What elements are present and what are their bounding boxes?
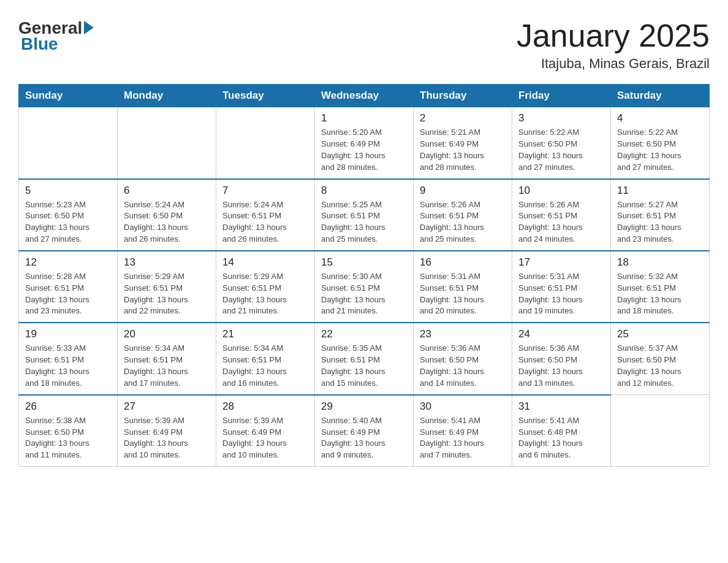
day-number: 12 xyxy=(25,256,111,269)
calendar-cell: 11Sunrise: 5:27 AMSunset: 6:51 PMDayligh… xyxy=(611,179,710,251)
day-info: Sunrise: 5:31 AMSunset: 6:51 PMDaylight:… xyxy=(420,271,506,317)
day-number: 19 xyxy=(25,328,111,340)
calendar-cell: 25Sunrise: 5:37 AMSunset: 6:50 PMDayligh… xyxy=(611,323,710,394)
calendar-table: SundayMondayTuesdayWednesdayThursdayFrid… xyxy=(18,84,710,467)
day-info: Sunrise: 5:22 AMSunset: 6:50 PMDaylight:… xyxy=(617,127,703,173)
calendar-cell: 1Sunrise: 5:20 AMSunset: 6:49 PMDaylight… xyxy=(315,107,414,179)
calendar-cell: 30Sunrise: 5:41 AMSunset: 6:49 PMDayligh… xyxy=(414,395,512,467)
calendar-cell: 4Sunrise: 5:22 AMSunset: 6:50 PMDaylight… xyxy=(611,107,710,179)
day-info: Sunrise: 5:35 AMSunset: 6:51 PMDaylight:… xyxy=(321,343,407,389)
day-info: Sunrise: 5:36 AMSunset: 6:50 PMDaylight:… xyxy=(420,343,506,389)
day-number: 7 xyxy=(222,185,308,197)
day-number: 21 xyxy=(222,328,308,340)
day-number: 5 xyxy=(25,185,111,197)
day-info: Sunrise: 5:26 AMSunset: 6:51 PMDaylight:… xyxy=(420,199,506,245)
calendar-cell: 23Sunrise: 5:36 AMSunset: 6:50 PMDayligh… xyxy=(414,323,512,394)
day-info: Sunrise: 5:20 AMSunset: 6:49 PMDaylight:… xyxy=(321,127,407,173)
page-header: General Blue January 2025 Itajuba, Minas… xyxy=(18,18,710,72)
calendar-cell: 17Sunrise: 5:31 AMSunset: 6:51 PMDayligh… xyxy=(512,251,611,323)
calendar-cell: 19Sunrise: 5:33 AMSunset: 6:51 PMDayligh… xyxy=(19,323,118,394)
calendar-cell xyxy=(611,395,710,467)
column-header-monday: Monday xyxy=(118,85,216,107)
day-number: 27 xyxy=(124,400,210,413)
day-number: 28 xyxy=(222,400,308,413)
calendar-cell: 18Sunrise: 5:32 AMSunset: 6:51 PMDayligh… xyxy=(611,251,710,323)
calendar-cell: 5Sunrise: 5:23 AMSunset: 6:50 PMDaylight… xyxy=(19,179,118,251)
calendar-cell: 9Sunrise: 5:26 AMSunset: 6:51 PMDaylight… xyxy=(414,179,512,251)
calendar-cell xyxy=(19,107,118,179)
day-number: 3 xyxy=(518,112,604,124)
logo-triangle-icon xyxy=(84,21,94,34)
calendar-cell: 22Sunrise: 5:35 AMSunset: 6:51 PMDayligh… xyxy=(315,323,414,394)
day-number: 13 xyxy=(124,256,210,269)
calendar-cell: 31Sunrise: 5:41 AMSunset: 6:48 PMDayligh… xyxy=(512,395,611,467)
day-number: 20 xyxy=(124,328,210,340)
day-number: 30 xyxy=(420,400,506,413)
day-info: Sunrise: 5:31 AMSunset: 6:51 PMDaylight:… xyxy=(518,271,604,317)
logo: General Blue xyxy=(18,18,94,54)
calendar-cell xyxy=(216,107,315,179)
day-number: 31 xyxy=(518,400,604,413)
day-info: Sunrise: 5:36 AMSunset: 6:50 PMDaylight:… xyxy=(518,343,604,389)
day-info: Sunrise: 5:34 AMSunset: 6:51 PMDaylight:… xyxy=(222,343,308,389)
day-info: Sunrise: 5:29 AMSunset: 6:51 PMDaylight:… xyxy=(124,271,210,317)
day-number: 17 xyxy=(518,256,604,269)
day-number: 22 xyxy=(321,328,407,340)
calendar-week-2: 5Sunrise: 5:23 AMSunset: 6:50 PMDaylight… xyxy=(19,179,710,251)
column-header-thursday: Thursday xyxy=(414,85,512,107)
calendar-week-3: 12Sunrise: 5:28 AMSunset: 6:51 PMDayligh… xyxy=(19,251,710,323)
day-number: 9 xyxy=(420,185,506,197)
calendar-week-4: 19Sunrise: 5:33 AMSunset: 6:51 PMDayligh… xyxy=(19,323,710,394)
day-number: 11 xyxy=(617,185,703,197)
calendar-cell: 14Sunrise: 5:29 AMSunset: 6:51 PMDayligh… xyxy=(216,251,315,323)
day-number: 25 xyxy=(617,328,703,340)
day-info: Sunrise: 5:41 AMSunset: 6:48 PMDaylight:… xyxy=(518,415,604,461)
calendar-title: January 2025 xyxy=(517,18,710,53)
day-number: 8 xyxy=(321,185,407,197)
day-info: Sunrise: 5:39 AMSunset: 6:49 PMDaylight:… xyxy=(124,415,210,461)
calendar-cell: 28Sunrise: 5:39 AMSunset: 6:49 PMDayligh… xyxy=(216,395,315,467)
day-info: Sunrise: 5:22 AMSunset: 6:50 PMDaylight:… xyxy=(518,127,604,173)
day-info: Sunrise: 5:33 AMSunset: 6:51 PMDaylight:… xyxy=(25,343,111,389)
calendar-cell: 10Sunrise: 5:26 AMSunset: 6:51 PMDayligh… xyxy=(512,179,611,251)
day-info: Sunrise: 5:23 AMSunset: 6:50 PMDaylight:… xyxy=(25,199,111,245)
day-number: 15 xyxy=(321,256,407,269)
calendar-cell: 3Sunrise: 5:22 AMSunset: 6:50 PMDaylight… xyxy=(512,107,611,179)
calendar-cell: 12Sunrise: 5:28 AMSunset: 6:51 PMDayligh… xyxy=(19,251,118,323)
calendar-header-row: SundayMondayTuesdayWednesdayThursdayFrid… xyxy=(19,85,710,107)
calendar-cell: 6Sunrise: 5:24 AMSunset: 6:50 PMDaylight… xyxy=(118,179,216,251)
day-info: Sunrise: 5:29 AMSunset: 6:51 PMDaylight:… xyxy=(222,271,308,317)
calendar-subtitle: Itajuba, Minas Gerais, Brazil xyxy=(517,56,710,72)
day-info: Sunrise: 5:40 AMSunset: 6:49 PMDaylight:… xyxy=(321,415,407,461)
day-info: Sunrise: 5:25 AMSunset: 6:51 PMDaylight:… xyxy=(321,199,407,245)
day-info: Sunrise: 5:30 AMSunset: 6:51 PMDaylight:… xyxy=(321,271,407,317)
day-info: Sunrise: 5:28 AMSunset: 6:51 PMDaylight:… xyxy=(25,271,111,317)
day-number: 1 xyxy=(321,112,407,124)
calendar-cell: 27Sunrise: 5:39 AMSunset: 6:49 PMDayligh… xyxy=(118,395,216,467)
calendar-cell xyxy=(118,107,216,179)
day-info: Sunrise: 5:34 AMSunset: 6:51 PMDaylight:… xyxy=(124,343,210,389)
calendar-cell: 2Sunrise: 5:21 AMSunset: 6:49 PMDaylight… xyxy=(414,107,512,179)
column-header-wednesday: Wednesday xyxy=(315,85,414,107)
day-number: 16 xyxy=(420,256,506,269)
day-info: Sunrise: 5:32 AMSunset: 6:51 PMDaylight:… xyxy=(617,271,703,317)
day-info: Sunrise: 5:24 AMSunset: 6:51 PMDaylight:… xyxy=(222,199,308,245)
day-info: Sunrise: 5:41 AMSunset: 6:49 PMDaylight:… xyxy=(420,415,506,461)
day-info: Sunrise: 5:38 AMSunset: 6:50 PMDaylight:… xyxy=(25,415,111,461)
calendar-cell: 29Sunrise: 5:40 AMSunset: 6:49 PMDayligh… xyxy=(315,395,414,467)
column-header-saturday: Saturday xyxy=(611,85,710,107)
calendar-cell: 24Sunrise: 5:36 AMSunset: 6:50 PMDayligh… xyxy=(512,323,611,394)
logo-blue-text: Blue xyxy=(21,34,58,54)
day-info: Sunrise: 5:37 AMSunset: 6:50 PMDaylight:… xyxy=(617,343,703,389)
day-number: 14 xyxy=(222,256,308,269)
day-info: Sunrise: 5:24 AMSunset: 6:50 PMDaylight:… xyxy=(124,199,210,245)
day-number: 6 xyxy=(124,185,210,197)
column-header-friday: Friday xyxy=(512,85,611,107)
day-number: 2 xyxy=(420,112,506,124)
day-number: 10 xyxy=(518,185,604,197)
day-info: Sunrise: 5:21 AMSunset: 6:49 PMDaylight:… xyxy=(420,127,506,173)
calendar-cell: 15Sunrise: 5:30 AMSunset: 6:51 PMDayligh… xyxy=(315,251,414,323)
day-number: 23 xyxy=(420,328,506,340)
day-info: Sunrise: 5:27 AMSunset: 6:51 PMDaylight:… xyxy=(617,199,703,245)
calendar-cell: 20Sunrise: 5:34 AMSunset: 6:51 PMDayligh… xyxy=(118,323,216,394)
